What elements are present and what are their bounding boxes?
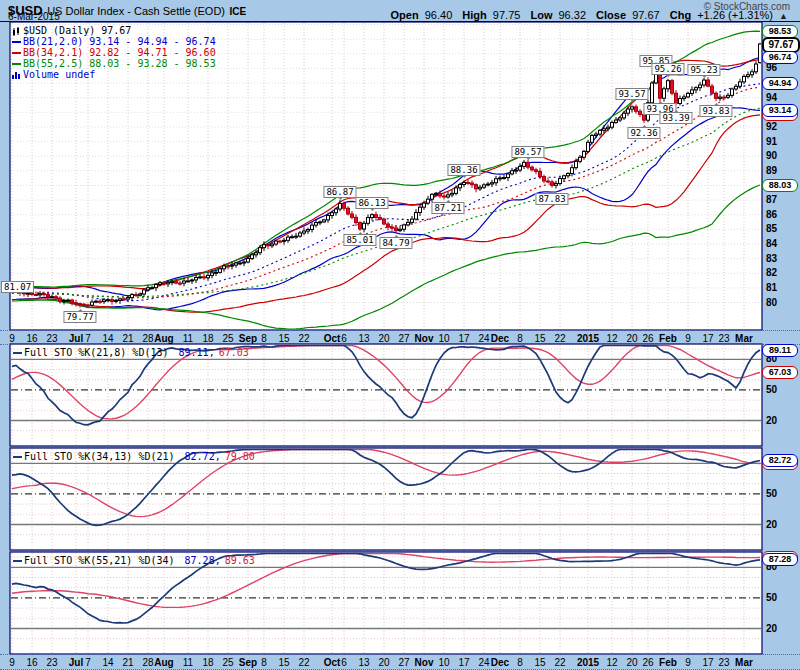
- date-tick: 22: [298, 657, 309, 668]
- date-tick: 11: [183, 657, 193, 668]
- panel3-legend-text: Full STO %K(55,21) %D(34): [24, 555, 175, 566]
- price-tick: 82: [766, 267, 777, 279]
- date-tick: 23: [718, 333, 729, 344]
- candlestick-icon: [12, 27, 21, 36]
- date-tick: 17: [458, 657, 469, 668]
- legend-row-price: $USD (Daily) 97.67: [12, 25, 216, 36]
- pivot-label: 93.83: [699, 105, 732, 117]
- price-tick: 87: [766, 194, 777, 206]
- high-label: High: [462, 9, 486, 21]
- quote-row: Open 96.40 High 97.75 Low 96.32 Close 97…: [391, 9, 788, 21]
- price-tick: 86: [766, 209, 777, 221]
- legend-row-bb34: BB(34,2.1) 92.82 - 94.71 - 96.60: [12, 47, 216, 58]
- legend-volume: Volume undef: [23, 69, 95, 80]
- date-tick: 25: [222, 657, 233, 668]
- date-tick: 8: [261, 333, 267, 344]
- k-line-swatch: [13, 352, 22, 354]
- indicator-tick: 20: [766, 623, 777, 635]
- date-tick: 26: [642, 333, 653, 344]
- date-tick: 21: [122, 657, 133, 668]
- price-tick: 80: [766, 297, 777, 309]
- bb21-line-swatch: [12, 41, 21, 43]
- pivot-label: 93.39: [659, 112, 692, 124]
- price-tick: 83: [766, 253, 777, 265]
- panel1-legend: Full STO %K(21,8) %D(13) 89.11,67.03: [13, 347, 249, 358]
- date-tick: 15: [534, 657, 545, 668]
- k-line-swatch: [13, 456, 22, 458]
- panel3-d-value: 89.63: [225, 555, 255, 566]
- date-tick: Dec: [491, 657, 509, 668]
- pivot-label: 86.87: [323, 186, 356, 198]
- date-tick: 18: [202, 333, 213, 344]
- date-tick: 15: [278, 657, 289, 668]
- pivot-label: 95.23: [687, 64, 720, 76]
- panel2-legend: Full STO %K(34,13) %D(21) 82.72,79.80: [13, 451, 255, 462]
- title-text: US Dollar Index - Cash Settle (EOD): [47, 5, 225, 17]
- price-tick: 92: [766, 121, 777, 133]
- price-badge: 93.14: [762, 104, 798, 117]
- date-tick: 10: [438, 657, 449, 668]
- indicator-tick: 50: [766, 488, 777, 500]
- exchange: ICE: [229, 6, 246, 17]
- pivot-label: 87.83: [535, 193, 568, 205]
- date-tick: 28: [142, 657, 153, 668]
- date-tick: Nov: [415, 657, 434, 668]
- low-label: Low: [530, 9, 552, 21]
- pivot-label: 81.07: [1, 281, 34, 293]
- close-label: Close: [596, 9, 626, 21]
- date-tick: 8: [261, 657, 267, 668]
- panel3-k-value: 87.28,: [185, 555, 221, 566]
- date-tick: Feb: [659, 657, 677, 668]
- panel1-legend-text: Full STO %K(21,8) %D(13): [24, 347, 169, 358]
- date-tick: Aug: [154, 657, 173, 668]
- low-value: 96.32: [559, 9, 587, 21]
- date-tick: Mar: [735, 657, 753, 668]
- date-tick: 23: [718, 657, 729, 668]
- date-tick: 22: [554, 657, 565, 668]
- date-tick: Dec: [491, 333, 509, 344]
- open-label: Open: [391, 9, 419, 21]
- date-tick: 11: [183, 333, 193, 344]
- date-tick: Sep: [239, 657, 257, 668]
- date-tick: 23: [46, 333, 57, 344]
- legend-row-volume: Volume undef: [12, 69, 216, 80]
- panel3-legend: Full STO %K(55,21) %D(34) 87.28,89.63: [13, 555, 255, 566]
- date-tick: 2015: [577, 333, 599, 344]
- indicator-badge: 87.28: [762, 553, 798, 566]
- date-tick: 9: [9, 657, 15, 668]
- date-tick: 6: [341, 657, 347, 668]
- date-tick: Oct: [324, 333, 341, 344]
- date-tick: 2015: [577, 657, 599, 668]
- pivot-label: 84.79: [379, 237, 412, 249]
- date-tick: 17: [702, 333, 713, 344]
- legend-bb34: BB(34,2.1) 92.82 - 94.71 - 96.60: [23, 47, 216, 58]
- date-tick: 16: [26, 333, 37, 344]
- indicator-tick: 20: [766, 415, 777, 427]
- pivot-label: 89.57: [511, 146, 544, 158]
- date-tick: 27: [398, 657, 409, 668]
- date-tick: Mar: [735, 333, 753, 344]
- date-tick: 10: [438, 333, 449, 344]
- date-tick: Feb: [659, 333, 677, 344]
- date-tick: 13: [358, 333, 369, 344]
- indicator-badge: 82.72: [762, 454, 798, 467]
- panel1-k-value: 89.11,: [179, 347, 215, 358]
- pivot-label: 87.21: [431, 202, 464, 214]
- date-tick: 20: [626, 657, 637, 668]
- legend-bb21: BB(21,2.0) 93.14 - 94.94 - 96.74: [23, 36, 216, 47]
- pivot-label: 85.01: [343, 234, 376, 246]
- date-tick: 27: [398, 333, 409, 344]
- date-tick: 9: [685, 657, 691, 668]
- bb55-line-swatch: [12, 63, 21, 65]
- k-line-swatch: [13, 560, 22, 562]
- close-value: 97.67: [632, 9, 660, 21]
- legend-row-bb21: BB(21,2.0) 93.14 - 94.94 - 96.74: [12, 36, 216, 47]
- indicator-tick: 20: [766, 519, 777, 531]
- date-tick: 23: [46, 657, 57, 668]
- indicator-badge: 67.03: [762, 366, 798, 379]
- date-tick: Nov: [415, 333, 434, 344]
- chg-value: +1.26 (+1.31%): [697, 9, 773, 21]
- pivot-label: 79.77: [63, 311, 96, 323]
- panel2-legend-text: Full STO %K(34,13) %D(21): [24, 451, 175, 462]
- price-tick: 85: [766, 223, 777, 235]
